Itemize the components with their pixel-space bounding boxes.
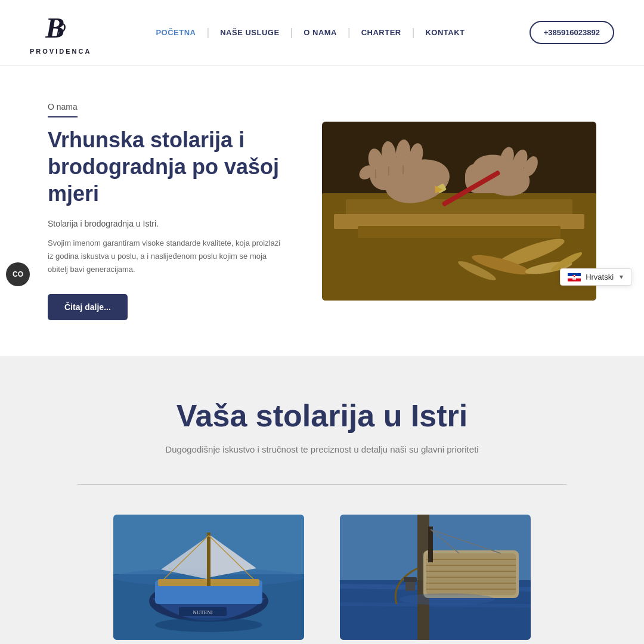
service-card-1: NUTENI Drvena brodogradnja	[113, 515, 304, 644]
nav-item-o-nama[interactable]: O NAMA	[293, 28, 348, 37]
nav-item-kontakt[interactable]: KONTAKT	[414, 28, 475, 37]
wooden-boat-illustration: NUTENI	[113, 515, 304, 640]
header: B ρ PROVIDENCA POČETNA | NAŠE USLUGE | O…	[0, 0, 644, 66]
nav-item-charter[interactable]: CHARTER	[351, 28, 412, 37]
svg-rect-36	[574, 275, 575, 276]
about-description: Svojim imenom garantiram visoke standard…	[48, 237, 286, 276]
logo-icon: B ρ	[43, 11, 79, 47]
social-icon[interactable]: CO	[6, 262, 30, 286]
section-label: O nama	[48, 102, 78, 117]
about-subtitle: Stolarija i brodogradnja u Istri.	[48, 219, 286, 228]
logo[interactable]: B ρ PROVIDENCA	[30, 11, 91, 55]
service-card-2: Brodska stolarija	[340, 515, 531, 644]
woodworking-illustration	[322, 122, 596, 301]
svg-rect-76	[340, 515, 531, 640]
service-image-boat: NUTENI	[113, 515, 304, 640]
phone-button[interactable]: +385916023892	[530, 21, 614, 44]
services-section: Vaša stolarija u Istri Dugogodišnje isku…	[0, 356, 644, 644]
about-image	[322, 122, 596, 301]
nav-item-pocetna[interactable]: POČETNA	[145, 28, 206, 37]
services-divider	[78, 484, 566, 485]
about-title: Vrhunska stolarija i brodogradnja po vaš…	[48, 126, 286, 207]
croatian-flag	[568, 273, 581, 281]
svg-rect-35	[572, 275, 574, 276]
dock-boat-illustration	[340, 515, 531, 640]
language-label: Hrvatski	[586, 273, 614, 281]
svg-rect-30	[322, 122, 596, 301]
logo-text: PROVIDENCA	[30, 48, 91, 55]
service-image-dock	[340, 515, 531, 640]
about-section: O nama Vrhunska stolarija i brodogradnja…	[0, 66, 644, 356]
language-selector[interactable]: Hrvatski ▼	[560, 268, 632, 286]
svg-rect-55	[113, 515, 304, 640]
services-cards: NUTENI Drvena brodogradnja	[48, 515, 596, 644]
svg-rect-38	[572, 276, 574, 277]
services-title: Vaša stolarija u Istri	[48, 398, 596, 434]
chevron-down-icon: ▼	[618, 274, 624, 280]
about-content: O nama Vrhunska stolarija i brodogradnja…	[48, 101, 286, 320]
svg-text:ρ: ρ	[57, 16, 66, 36]
services-subtitle: Dugogodišnje iskustvo i stručnost te pre…	[48, 444, 596, 454]
main-nav: POČETNA | NAŠE USLUGE | O NAMA | CHARTER…	[145, 26, 475, 39]
svg-rect-39	[574, 276, 575, 277]
svg-rect-40	[575, 276, 576, 277]
nav-item-nase-usluge[interactable]: NAŠE USLUGE	[209, 28, 290, 37]
svg-rect-37	[575, 275, 576, 276]
read-more-button[interactable]: Čitaj dalje...	[48, 294, 128, 320]
